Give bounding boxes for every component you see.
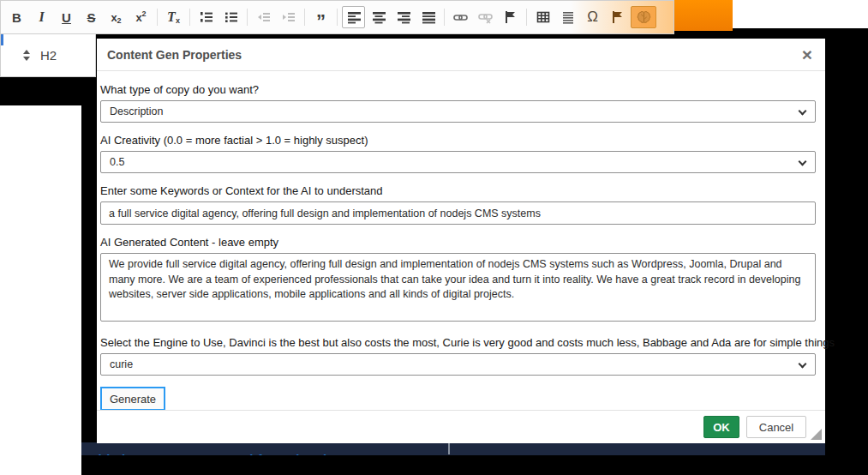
remove-format-icon: T [167,9,176,25]
engine-label: Select the Engine to Use, Davinci is the… [100,336,816,349]
engine-value: curie [110,358,133,370]
link-icon [453,10,468,25]
ok-button[interactable]: OK [703,416,739,438]
keywords-input[interactable] [100,201,816,225]
align-justify-button[interactable] [416,6,440,28]
bulleted-list-button[interactable] [219,6,242,28]
remove-format-button[interactable]: Tx [162,6,185,28]
editor-toolbar: B I U S x2 x2 Tx ” Ω [0,0,674,34]
cancel-button[interactable]: Cancel [746,416,806,438]
selection-tick [1,34,3,45]
unlink-button [474,6,497,28]
content-gen-dialog: Content Gen Properties × What type of co… [97,39,825,443]
flag-icon [611,10,625,24]
copy-type-value: Description [110,105,164,117]
chevron-down-icon [799,158,807,166]
table-icon [536,10,550,24]
align-right-button[interactable] [392,6,415,28]
dialog-header: Content Gen Properties × [97,39,825,71]
strikethrough-icon: S [87,10,95,25]
subscript-icon: 2 [117,16,122,25]
indent-icon [282,10,296,24]
toolbar-separator [157,9,158,26]
text-caret [448,443,450,454]
italic-icon: I [39,9,44,25]
strikethrough-button[interactable]: S [80,6,103,28]
toolbar-separator [526,9,527,26]
align-right-icon [397,10,410,24]
bold-icon: B [12,10,21,25]
generated-content-label: AI Generated Content - leave empty [100,236,816,249]
omega-icon: Ω [587,9,598,26]
anchor-flag-icon [504,10,518,24]
bold-button[interactable]: B [5,6,28,28]
dialog-footer: OK Cancel [97,410,825,443]
link-button[interactable] [449,6,472,28]
engine-select[interactable]: curie [100,353,816,376]
blockquote-icon: ” [316,9,326,26]
copy-type-label: What type of copy do you want? [100,83,816,96]
toolbar-separator [189,9,190,26]
clipped-heading-text: This is an auto generated from the above… [81,452,825,455]
orange-accent-block [674,0,733,31]
creativity-label: AI Creativity (0.0 = more factial > 1.0 … [100,134,816,147]
bulleted-list-icon [224,10,238,24]
toolbar-separator [304,9,305,26]
align-center-icon [372,10,386,24]
numbered-list-button[interactable] [195,6,218,28]
generated-content-textarea[interactable]: We provide full service digital agency, … [100,253,816,322]
align-left-button[interactable] [342,6,365,28]
dialog-title: Content Gen Properties [107,48,242,62]
paragraph-format-value: H2 [40,48,57,63]
resize-handle[interactable] [811,429,822,440]
horizontal-rule-icon [561,10,575,24]
creativity-value: 0.5 [110,156,124,168]
align-justify-icon [422,10,435,24]
close-icon[interactable]: × [802,46,812,63]
outdent-icon [257,10,271,24]
superscript-icon: 2 [142,9,147,18]
toolbar-separator [444,9,445,26]
brain-icon [637,10,651,24]
special-character-button[interactable]: Ω [581,6,604,28]
toolbar-separator [247,9,248,26]
outdent-button [252,6,275,28]
align-left-icon [347,10,361,24]
table-button[interactable] [531,6,554,28]
subscript-button[interactable]: x2 [105,6,128,28]
align-center-button[interactable] [367,6,390,28]
flag-button[interactable] [606,6,629,28]
page-content-behind-dialog: This is an auto generated from the above… [81,442,825,455]
dark-page-backdrop-left [0,77,82,105]
blockquote-button[interactable]: ” [309,6,332,28]
keywords-label: Enter some Keywords or Context for the A… [100,184,816,197]
toolbar-separator [337,9,338,26]
underline-icon: U [62,10,71,25]
generate-button[interactable]: Generate [100,387,165,411]
indent-button [277,6,300,28]
numbered-list-icon [200,10,213,24]
anchor-button[interactable] [499,6,522,28]
superscript-button[interactable]: x2 [129,6,153,28]
italic-button[interactable]: I [30,6,53,28]
creativity-select[interactable]: 0.5 [100,151,816,173]
chevron-down-icon [799,107,807,116]
chevron-down-icon [799,360,807,369]
dialog-body: What type of copy do you want? Descripti… [97,71,825,411]
unlink-icon [478,10,493,25]
updown-arrows-icon [23,50,30,61]
paragraph-format-dropdown[interactable]: H2 [0,34,96,77]
ai-content-gen-button[interactable] [631,6,656,28]
copy-type-select[interactable]: Description [100,100,816,123]
underline-button[interactable]: U [55,6,78,28]
horizontal-rule-button[interactable] [556,6,579,28]
